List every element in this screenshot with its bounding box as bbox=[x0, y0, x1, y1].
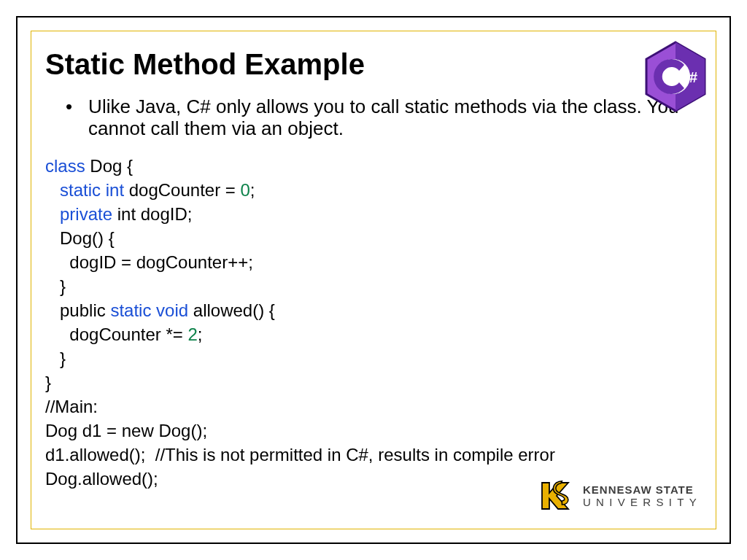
bullet-item: • Ulike Java, C# only allows you to call… bbox=[66, 96, 694, 139]
code-line: private int dogID; bbox=[45, 202, 709, 226]
code-line: d1.allowed(); //This is not permitted in… bbox=[45, 443, 709, 467]
keyword-static-int: static int bbox=[60, 180, 124, 200]
bullet-block: • Ulike Java, C# only allows you to call… bbox=[66, 96, 694, 139]
csharp-logo-icon: # bbox=[643, 41, 708, 112]
bullet-text: Ulike Java, C# only allows you to call s… bbox=[88, 96, 694, 139]
ksu-line2: UNIVERSITY bbox=[583, 497, 702, 508]
code-line: class Dog { bbox=[45, 154, 709, 178]
code-line: public static void allowed() { bbox=[45, 298, 709, 322]
code-indent bbox=[45, 204, 60, 224]
ksu-monogram-icon bbox=[538, 475, 576, 516]
code-text: ; bbox=[250, 180, 255, 200]
code-line: static int dogCounter = 0; bbox=[45, 178, 709, 202]
keyword-static-void: static void bbox=[110, 300, 188, 320]
code-line: } bbox=[45, 346, 709, 370]
code-line: dogCounter *= 2; bbox=[45, 322, 709, 346]
number-literal: 2 bbox=[187, 324, 197, 344]
number-literal: 0 bbox=[241, 180, 250, 200]
code-text: dogCounter = bbox=[124, 180, 240, 200]
ksu-text: KENNESAW STATE UNIVERSITY bbox=[583, 484, 702, 508]
code-line: //Main: bbox=[45, 394, 709, 419]
keyword-private: private bbox=[60, 204, 112, 224]
code-block: class Dog { static int dogCounter = 0; p… bbox=[45, 154, 709, 491]
code-line: } bbox=[45, 370, 709, 394]
code-text: public bbox=[45, 300, 110, 320]
outer-border: Static Method Example • Ulike Java, C# o… bbox=[16, 16, 731, 544]
ksu-logo: KENNESAW STATE UNIVERSITY bbox=[538, 475, 702, 516]
ksu-line1: KENNESAW STATE bbox=[583, 484, 702, 495]
code-text: int dogID; bbox=[112, 204, 192, 224]
slide-title: Static Method Example bbox=[45, 48, 709, 81]
code-text: dogCounter *= bbox=[45, 324, 187, 344]
code-text: allowed() { bbox=[188, 300, 275, 320]
code-text: ; bbox=[198, 324, 203, 344]
bullet-marker: • bbox=[66, 96, 72, 139]
code-line: dogID = dogCounter++; bbox=[45, 250, 709, 274]
code-line: Dog d1 = new Dog(); bbox=[45, 419, 709, 443]
svg-text:#: # bbox=[689, 69, 697, 85]
code-indent bbox=[45, 180, 60, 200]
code-line: } bbox=[45, 274, 709, 298]
code-text: Dog { bbox=[85, 156, 133, 176]
slide-content: Static Method Example • Ulike Java, C# o… bbox=[38, 38, 709, 522]
code-line: Dog() { bbox=[45, 226, 709, 250]
keyword-class: class bbox=[45, 156, 85, 176]
